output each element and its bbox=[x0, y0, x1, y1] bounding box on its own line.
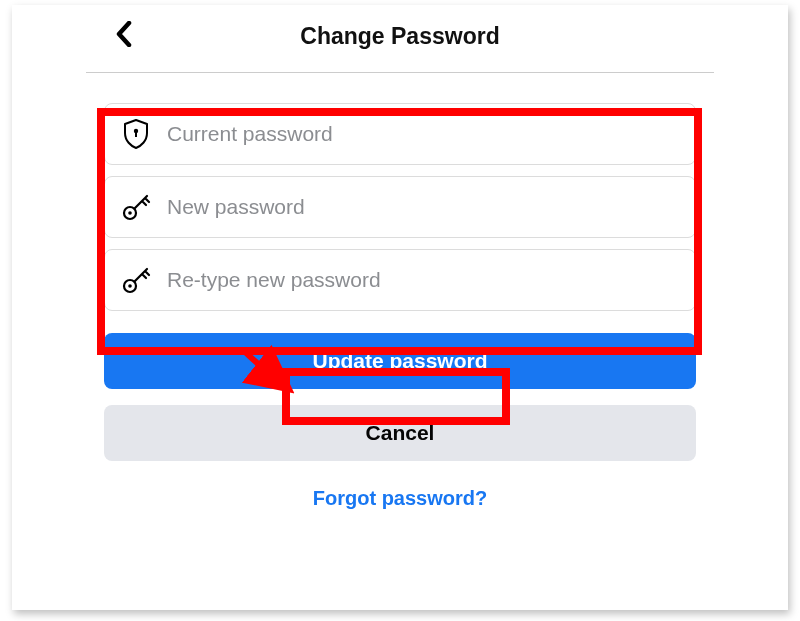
key-icon bbox=[121, 265, 151, 295]
chevron-left-icon bbox=[115, 21, 132, 51]
header: Change Password bbox=[86, 5, 714, 73]
svg-rect-1 bbox=[135, 132, 137, 137]
page-title: Change Password bbox=[116, 23, 684, 50]
current-password-input[interactable] bbox=[167, 122, 679, 146]
svg-point-3 bbox=[128, 211, 132, 215]
app-frame: Change Password bbox=[12, 5, 788, 610]
new-password-field-row bbox=[104, 176, 696, 238]
svg-point-5 bbox=[128, 284, 132, 288]
retype-password-field-row bbox=[104, 249, 696, 311]
new-password-input[interactable] bbox=[167, 195, 679, 219]
back-button[interactable] bbox=[108, 21, 138, 51]
cancel-button[interactable]: Cancel bbox=[104, 405, 696, 461]
update-password-button[interactable]: Update password bbox=[104, 333, 696, 389]
forgot-password-link[interactable]: Forgot password? bbox=[313, 487, 487, 509]
key-icon bbox=[121, 192, 151, 222]
content: Update password Cancel Forgot password? bbox=[12, 73, 788, 510]
shield-lock-icon bbox=[121, 119, 151, 149]
retype-password-input[interactable] bbox=[167, 268, 679, 292]
current-password-field-row bbox=[104, 103, 696, 165]
password-fields bbox=[104, 103, 696, 311]
forgot-row: Forgot password? bbox=[104, 487, 696, 510]
